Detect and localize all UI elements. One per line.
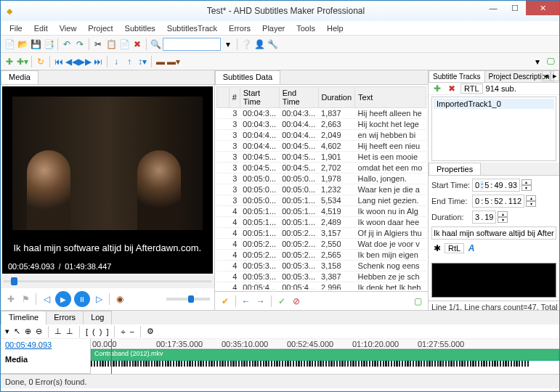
bracket-in-icon[interactable]: ⊥ [54,327,62,336]
paste-icon[interactable]: 📄 [118,38,130,50]
bookmark-icon[interactable]: ⚑ [20,293,31,305]
timeline-ruler[interactable]: 00.000 00:17:35.000 00:35:10.000 00:52:4… [91,339,559,349]
next-sub-icon[interactable]: → [255,295,267,307]
open-icon[interactable]: 📂 [17,38,28,50]
table-row[interactable]: 300:04:3...00:04:4...2,663Hij kocht het … [216,119,426,130]
open-bracket-icon[interactable]: [ [86,327,88,336]
seek-back-icon[interactable]: ◀◀ [66,56,78,68]
volume-slider[interactable] [166,298,210,301]
zoom-out-icon[interactable]: ⊖ [36,327,42,336]
minus-icon[interactable]: − [130,327,134,336]
table-row[interactable]: 400:05:4...00:05:4...2,996Ik denk het.Ik… [216,282,426,290]
tab-nav-left-icon[interactable]: ◂ [542,70,551,81]
col-dur[interactable]: Duration [318,87,355,108]
media-seek-slider[interactable] [1,275,214,288]
paren-open-icon[interactable]: ( [92,327,95,336]
table-row[interactable]: 400:05:1...00:05:1...2,489Ik woon daar h… [216,217,426,228]
table-row[interactable]: 400:05:1...00:05:1...4,519Ik woon nu in … [216,206,426,217]
search-input[interactable] [163,38,221,51]
search-dropdown-icon[interactable]: ▾ [222,38,234,50]
menu-errors[interactable]: Errors [223,23,256,34]
table-row[interactable]: 300:04:4...00:04:5...4,602Hij heeft een … [216,141,426,152]
help-icon[interactable]: ❔ [240,38,252,50]
copy-icon[interactable]: 📋 [105,38,117,50]
tracks-tab[interactable]: Subtitle Tracks [429,70,485,82]
tracks-list[interactable]: ImportedTrack1_0 [431,97,556,161]
seek-start-icon[interactable]: ⏮ [53,56,65,68]
media-tab[interactable]: Media [1,70,38,84]
table-row[interactable]: 400:05:2...00:05:2...2,550Wat doe je voo… [216,239,426,250]
split-icon[interactable]: ÷ [121,327,125,336]
close-bracket-icon[interactable]: ] [106,327,108,336]
rtl-text-button[interactable]: RtL [445,243,464,253]
add-track-icon[interactable]: ✚ [431,83,443,94]
add-dropdown-icon[interactable]: ✚▾ [17,56,28,68]
redo-icon[interactable]: ↷ [74,38,86,50]
seek-end-icon[interactable]: ⏭ [92,56,104,68]
seek-fwd-icon[interactable]: ▶▶ [79,56,91,68]
end-time-spinner[interactable]: ▴▾ [526,195,536,207]
minimize-button[interactable]: — [482,1,504,15]
timeline-tab[interactable]: Timeline [1,311,46,324]
bracket-out-icon[interactable]: ⊥ [66,327,73,336]
table-row[interactable]: 400:05:1...00:05:2...3,157Of jij in Algi… [216,228,426,239]
track-item[interactable]: ImportedTrack1_0 [434,99,554,109]
cancel-icon[interactable]: ⊘ [291,295,302,307]
remove-track-icon[interactable]: ✖ [446,83,458,94]
prev-sub-icon[interactable]: ← [240,295,252,307]
col-start[interactable]: Start Time [240,87,279,108]
apply-icon[interactable]: ✓ [276,295,288,307]
tab-nav-right-icon[interactable]: ▸ [551,70,559,81]
font-icon[interactable]: A [466,242,477,254]
paren-close-icon[interactable]: ) [100,327,102,336]
menu-player[interactable]: Player [256,23,291,34]
settings-icon[interactable]: 🔧 [267,38,278,50]
save-all-icon[interactable]: 📑 [43,38,54,50]
duration-input[interactable]: 3 . 19 [472,211,496,224]
table-row[interactable]: 400:05:3...00:05:3...3,387Hebben ze je s… [216,271,426,282]
add-marker-icon[interactable]: ✚ [5,293,17,305]
refresh-icon[interactable]: ↻ [35,56,46,68]
properties-tab[interactable]: Properties [429,163,481,175]
menu-view[interactable]: View [54,23,83,34]
box-icon[interactable]: ▢ [412,295,423,307]
menu-edit[interactable]: Edit [28,23,54,34]
marker-dropdown-icon[interactable]: ↕▾ [137,56,148,68]
close-button[interactable]: ✕ [526,1,559,15]
add-line-icon[interactable]: ✱ [431,242,443,254]
duration-spinner[interactable]: ▴▾ [498,211,508,223]
table-row[interactable]: 300:05:0...00:05:1...5,534Lang niet gezi… [216,195,426,206]
table-row[interactable]: 400:05:2...00:05:2...2,565Ik ben mijn ei… [216,250,426,261]
dropdown2-icon[interactable]: ▾ [532,56,543,68]
play-button[interactable]: ▶ [55,291,71,307]
zoom-dropdown-icon[interactable]: ▾ [5,327,9,336]
item1-icon[interactable]: ▬ [155,56,166,68]
undo-icon[interactable]: ↶ [61,38,73,50]
table-row[interactable]: 300:05:0...00:05:0...1,978Hallo, jongen. [216,173,426,184]
timeline-current-time[interactable]: 00:05:49.093 [5,340,86,349]
save-icon[interactable]: 💾 [30,38,41,50]
user-icon[interactable]: 👤 [253,38,265,50]
step-fwd-icon[interactable]: ▷ [93,293,105,305]
delete-icon[interactable]: ✖ [131,38,143,50]
table-row[interactable]: 300:05:0...00:05:0...1,232Waar ken je di… [216,184,426,195]
monitor-icon[interactable]: 🖵 [545,56,556,68]
gear-icon[interactable]: ⚙ [147,327,154,336]
menu-tools[interactable]: Tools [291,23,321,34]
step-back-icon[interactable]: ◁ [41,293,52,305]
end-time-input[interactable]: 0 : 5 : 52 . 112 [472,195,524,208]
menu-subtitles[interactable]: Subtitles [119,23,161,34]
marker-up-icon[interactable]: ↑ [123,56,135,68]
new-icon[interactable]: 📄 [4,38,15,50]
col-num[interactable]: # [229,87,240,108]
table-row[interactable]: 300:04:3...00:04:3...1,837Hij heeft alle… [216,108,426,119]
start-time-spinner[interactable]: ▴▾ [522,179,532,191]
subtitles-table[interactable]: # Start Time End Time Duration Text 300:… [216,86,426,290]
menu-file[interactable]: File [4,23,28,34]
table-row[interactable]: 300:04:4...00:04:4...2,049en wij hebben … [216,130,426,141]
cut-icon[interactable]: ✂ [92,38,104,50]
pointer-tool-icon[interactable]: ↖ [14,327,20,336]
maximize-button[interactable]: ☐ [504,1,526,15]
table-row[interactable]: 300:04:5...00:04:5...1,901Het is een moo… [216,152,426,163]
marker-down-icon[interactable]: ↓ [110,56,122,68]
